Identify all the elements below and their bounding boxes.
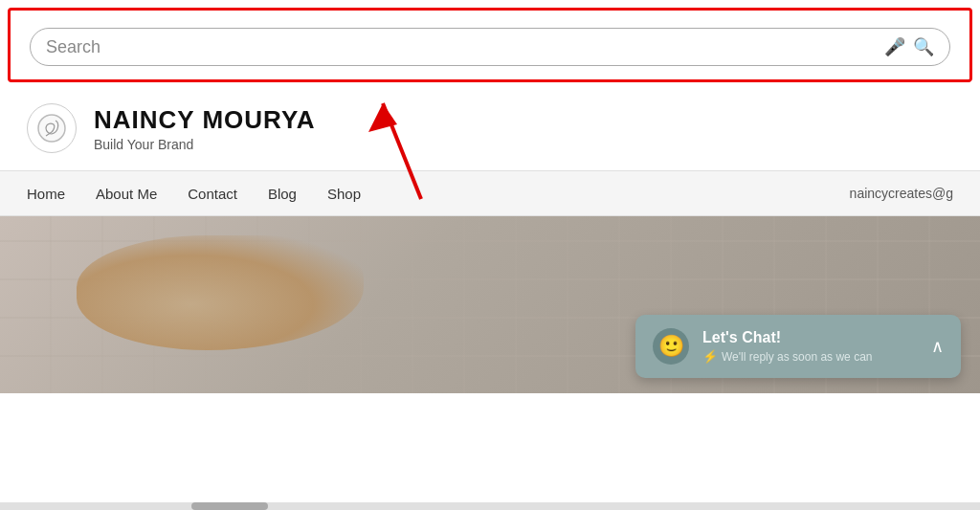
svg-point-2	[38, 115, 65, 142]
nav-item-about[interactable]: About Me	[96, 186, 157, 202]
nav-item-blog[interactable]: Blog	[268, 186, 297, 202]
nav-email: naincycreates@g	[850, 186, 953, 201]
chat-subtitle: ⚡ We'll reply as soon as we can	[702, 349, 918, 364]
nav-bar: Home About Me Contact Blog Shop naincycr…	[0, 170, 980, 216]
brand-tagline: Build Your Brand	[94, 137, 316, 152]
chat-title: Let's Chat!	[702, 329, 918, 346]
logo-icon	[36, 113, 67, 144]
mic-icon[interactable]: 🎤	[884, 36, 905, 57]
search-icon[interactable]: 🔍	[913, 36, 934, 57]
bolt-icon: ⚡	[702, 349, 718, 364]
search-placeholder: Search	[46, 37, 884, 57]
nav-item-contact[interactable]: Contact	[188, 186, 237, 202]
scrollbar-thumb[interactable]	[191, 502, 268, 510]
chat-widget[interactable]: 🙂 Let's Chat! ⚡ We'll reply as soon as w…	[635, 315, 961, 378]
chat-subtitle-text: We'll reply as soon as we can	[722, 350, 872, 364]
chat-text: Let's Chat! ⚡ We'll reply as soon as we …	[702, 329, 918, 364]
search-icons: 🎤 🔍	[884, 36, 934, 57]
brand-header: NAINCY MOURYA Build Your Brand	[0, 82, 980, 170]
chat-collapse-button[interactable]: ∧	[931, 336, 944, 357]
search-box[interactable]: Search 🎤 🔍	[30, 28, 950, 66]
nav-item-home[interactable]: Home	[27, 186, 65, 202]
brand-name: NAINCY MOURYA	[94, 105, 316, 135]
brand-logo	[27, 103, 77, 153]
horizontal-scrollbar[interactable]	[0, 502, 980, 510]
chat-avatar: 🙂	[653, 328, 689, 365]
brand-text: NAINCY MOURYA Build Your Brand	[94, 105, 316, 152]
nav-item-shop[interactable]: Shop	[327, 186, 361, 202]
search-area: Search 🎤 🔍	[8, 8, 972, 82]
nav-items: Home About Me Contact Blog Shop	[27, 186, 850, 202]
hero-section: 🙂 Let's Chat! ⚡ We'll reply as soon as w…	[0, 216, 980, 393]
